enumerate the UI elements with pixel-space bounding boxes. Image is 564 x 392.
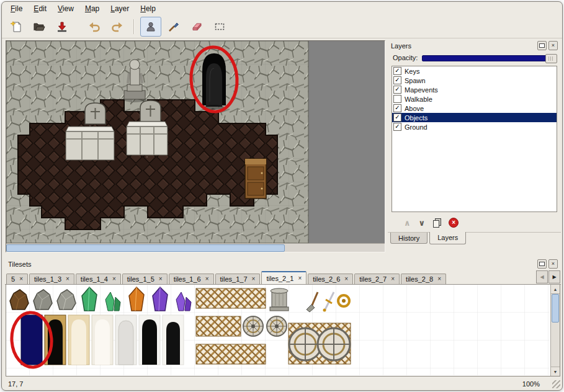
tilesets-dock-titlebar: Tilesets ×: [5, 259, 561, 269]
layer-row-keys[interactable]: ✓ Keys: [392, 66, 557, 76]
tile-dark-blue[interactable]: [21, 315, 42, 365]
layer-list: ✓ Keys ✓ Spawn ✓ Mapevents Walkable ✓ Ab…: [392, 66, 557, 212]
layers-dock-float-button[interactable]: [537, 41, 547, 50]
tab-close-icon[interactable]: ×: [19, 276, 23, 282]
layers-dock-close-button[interactable]: ×: [548, 41, 558, 50]
layer-row-walkable[interactable]: Walkable: [392, 94, 557, 104]
toolbar-separator: [133, 19, 135, 34]
tab-close-icon[interactable]: ×: [298, 275, 302, 282]
scroll-up-button[interactable]: ▲: [551, 285, 560, 294]
opacity-slider[interactable]: [422, 54, 557, 62]
layer-checkbox[interactable]: ✓: [393, 123, 401, 131]
tile-wood-lattice[interactable]: [196, 288, 266, 308]
menu-bar: File Edit View Map Layer Help: [2, 2, 562, 16]
save-button[interactable]: [51, 17, 73, 37]
tile-wagon-wheel[interactable]: [267, 316, 287, 336]
tab-close-icon[interactable]: ×: [437, 276, 441, 282]
redo-button[interactable]: [107, 17, 128, 37]
resize-grip[interactable]: [552, 380, 560, 388]
tile-light-doorway[interactable]: [92, 315, 113, 365]
status-bar: 17, 7 100%: [2, 377, 562, 390]
eraser-tool-button[interactable]: [186, 17, 207, 37]
menu-help[interactable]: Help: [135, 2, 161, 15]
layer-checkbox[interactable]: [393, 95, 401, 103]
tileset-tab-1[interactable]: tiles_1_3 ×: [29, 274, 74, 284]
tileset-tab-8[interactable]: tiles_2_7 ×: [354, 274, 400, 284]
paint-brush-icon: [168, 20, 180, 33]
tileset-tab-4[interactable]: tiles_1_6 ×: [169, 274, 214, 284]
tilesets-dock: Tilesets × 5 × tiles_1_3 × tiles_1_4 × t…: [5, 259, 561, 379]
map-canvas[interactable]: [6, 40, 385, 252]
tileset-tab-5[interactable]: tiles_1_7 ×: [215, 274, 261, 284]
tile-wagon-wheel[interactable]: [243, 316, 263, 336]
lower-layer-button[interactable]: ∨: [419, 219, 426, 227]
opacity-slider-handle[interactable]: [545, 54, 557, 63]
map-hscroll-handle[interactable]: [6, 244, 285, 252]
layer-row-ground[interactable]: ✓ Ground: [392, 122, 557, 131]
close-icon: ×: [552, 261, 555, 267]
delete-layer-button[interactable]: ×: [449, 218, 459, 228]
tileset-tab-6[interactable]: tiles_2_1 ×: [261, 271, 307, 284]
layer-checkbox[interactable]: ✓: [393, 67, 401, 75]
tileset-vscroll-handle[interactable]: [552, 294, 559, 323]
rect-select-tool-button[interactable]: [209, 17, 230, 37]
menu-view[interactable]: View: [52, 2, 79, 15]
undo-button[interactable]: [84, 17, 105, 37]
duplicate-layer-button[interactable]: [433, 218, 441, 227]
menu-edit[interactable]: Edit: [28, 2, 52, 15]
tile-white-doorway[interactable]: [115, 315, 137, 365]
menu-map[interactable]: Map: [79, 2, 105, 15]
hooded-figure: [202, 53, 226, 110]
tab-layers[interactable]: Layers: [429, 232, 466, 244]
layer-row-mapevents[interactable]: ✓ Mapevents: [392, 85, 557, 94]
tab-close-icon[interactable]: ×: [344, 276, 348, 282]
tab-close-icon[interactable]: ×: [391, 276, 395, 282]
tile-black-arch[interactable]: [139, 315, 160, 365]
layer-checkbox[interactable]: ✓: [393, 104, 401, 112]
raise-layer-button[interactable]: ∧: [404, 219, 411, 227]
layer-row-objects[interactable]: ✓ Objects: [392, 113, 557, 122]
menu-layer[interactable]: Layer: [105, 2, 135, 15]
tileset-tab-9[interactable]: tiles_2_8 ×: [401, 274, 446, 284]
place-object-tool-button[interactable]: [140, 17, 161, 37]
tileset-tab-7[interactable]: tiles_2_6 ×: [308, 274, 353, 284]
layer-row-spawn[interactable]: ✓ Spawn: [392, 76, 557, 85]
new-map-button[interactable]: [6, 17, 27, 37]
zoom-level: 100%: [522, 380, 540, 388]
tab-scroll-left-button[interactable]: ◀: [536, 270, 548, 283]
tile-wheel-structures[interactable]: [289, 323, 351, 364]
tab-scroll-buttons: ◀ ▶: [535, 270, 560, 283]
tab-scroll-right-button[interactable]: ▶: [548, 270, 560, 283]
open-button[interactable]: [29, 17, 50, 37]
layer-checkbox[interactable]: ✓: [393, 86, 401, 94]
tileset-tab-3[interactable]: tiles_1_5 ×: [122, 274, 168, 284]
float-icon: [539, 262, 545, 266]
tileset-vertical-scrollbar[interactable]: ▲ ▼: [550, 285, 560, 376]
menu-file[interactable]: File: [5, 2, 28, 15]
map-horizontal-scrollbar[interactable]: [6, 243, 385, 252]
tile-black-arch[interactable]: [163, 315, 184, 365]
tab-close-icon[interactable]: ×: [159, 276, 163, 282]
tilesets-dock-close-button[interactable]: ×: [548, 259, 558, 269]
scroll-down-button[interactable]: ▼: [551, 367, 560, 376]
open-folder-icon: [33, 20, 45, 33]
redo-icon: [111, 20, 123, 33]
opacity-row: Opacity:: [388, 51, 561, 65]
tile-stone-column[interactable]: [270, 288, 289, 311]
layer-checkbox[interactable]: ✓: [393, 114, 401, 122]
tile-wood-lattice[interactable]: [196, 344, 266, 364]
tileset-view[interactable]: ▲ ▼: [6, 285, 560, 376]
tilesets-dock-float-button[interactable]: [537, 259, 547, 269]
layer-row-above[interactable]: ✓ Above: [392, 104, 557, 113]
tile-wood-lattice[interactable]: [196, 316, 241, 336]
layer-checkbox[interactable]: ✓: [393, 76, 401, 84]
tab-close-icon[interactable]: ×: [112, 276, 116, 282]
tab-close-icon[interactable]: ×: [205, 276, 209, 282]
tileset-tab-2[interactable]: tiles_1_4 ×: [76, 274, 121, 284]
tileset-tab-0[interactable]: 5 ×: [6, 274, 28, 284]
paint-tool-button[interactable]: [163, 17, 184, 37]
tab-close-icon[interactable]: ×: [252, 276, 256, 282]
tab-history[interactable]: History: [390, 233, 427, 244]
tile-sand-doorway[interactable]: [68, 315, 89, 365]
tab-close-icon[interactable]: ×: [66, 276, 69, 282]
